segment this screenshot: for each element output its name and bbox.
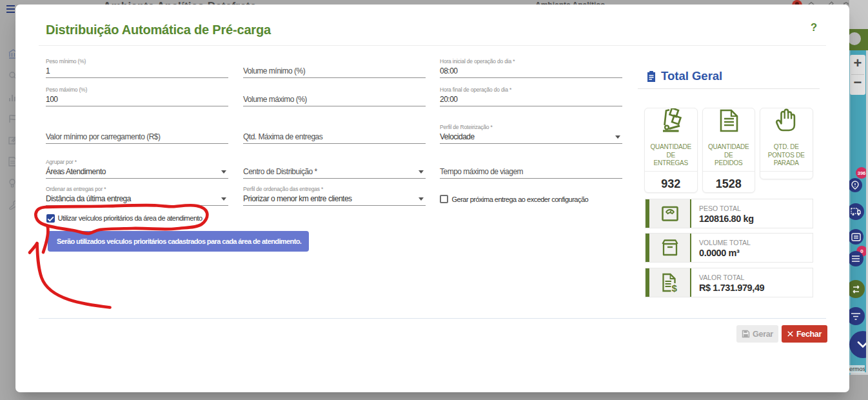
svg-text:$: $ [671, 282, 677, 293]
